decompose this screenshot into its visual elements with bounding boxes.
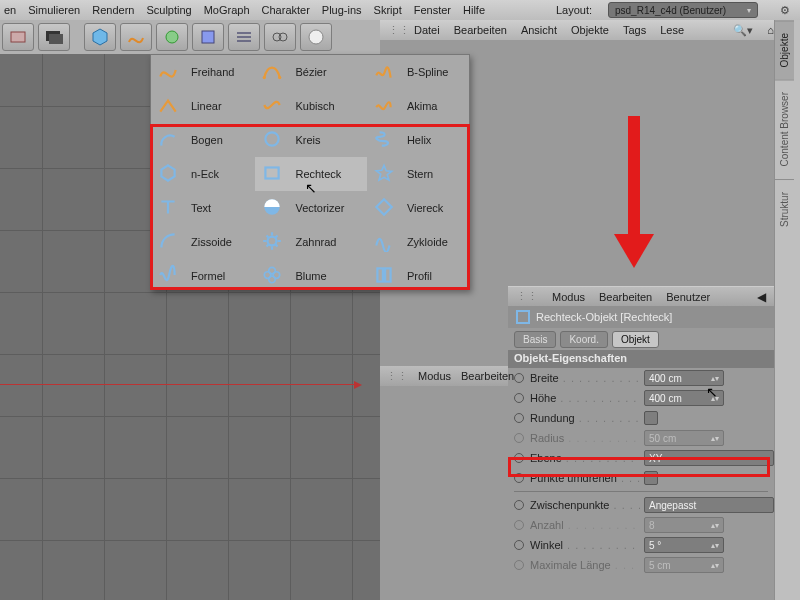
grip-icon[interactable]: ⋮⋮ (386, 370, 408, 383)
helix-icon[interactable] (367, 123, 401, 157)
popup-item-label[interactable]: Text (185, 191, 255, 225)
radio-icon[interactable] (514, 500, 524, 510)
spinner-icon[interactable]: ▴▾ (711, 541, 719, 550)
toolbar-button[interactable] (2, 23, 34, 51)
popup-item-label[interactable]: Zahnrad (289, 225, 366, 259)
mid-menu-item[interactable]: Bearbeiten (461, 370, 514, 382)
mid-menu-item[interactable]: Modus (418, 370, 451, 382)
toolbar-button[interactable] (228, 23, 260, 51)
stern-icon[interactable] (367, 157, 401, 191)
panel-menu-item[interactable]: Lese (660, 24, 684, 36)
zahnrad-icon[interactable] (255, 225, 289, 259)
radio-icon[interactable] (514, 473, 524, 483)
layout-selector[interactable]: psd_R14_c4d (Benutzer)▾ (608, 2, 758, 18)
popup-item-label[interactable]: Bogen (185, 123, 255, 157)
popup-item-label[interactable]: Vectorizer (289, 191, 366, 225)
popup-item-label[interactable]: Akima (401, 89, 469, 123)
menu-item[interactable]: Rendern (92, 4, 134, 16)
spinner-icon[interactable]: ▴▾ (711, 374, 719, 383)
panel-menu-item[interactable]: Datei (414, 24, 440, 36)
text-icon[interactable] (151, 191, 185, 225)
menu-item[interactable]: Hilfe (463, 4, 485, 16)
toolbar-cube-button[interactable] (84, 23, 116, 51)
menu-item[interactable]: Plug-ins (322, 4, 362, 16)
panel-menu-item[interactable]: Bearbeiten (454, 24, 507, 36)
formel-icon[interactable] (151, 259, 185, 293)
spinner-icon[interactable]: ▴▾ (711, 394, 719, 403)
menu-item[interactable]: en (4, 4, 16, 16)
popup-item-label[interactable]: Zykloide (401, 225, 469, 259)
attr-menu-item[interactable]: Benutzer (666, 291, 710, 303)
popup-item-label[interactable]: Linear (185, 89, 255, 123)
prop-value-select[interactable]: XY (644, 450, 774, 466)
popup-item-label[interactable]: B-Spline (401, 55, 469, 89)
tab-basis[interactable]: Basis (514, 331, 556, 348)
toolbar-button[interactable] (300, 23, 332, 51)
checkbox[interactable] (644, 411, 658, 425)
popup-item-label[interactable]: Helix (401, 123, 469, 157)
sidetab-objekte[interactable]: Objekte (775, 20, 794, 79)
grip-icon[interactable]: ⋮⋮ (388, 24, 400, 37)
tab-objekt[interactable]: Objekt (612, 331, 659, 348)
panel-menu-item[interactable]: Objekte (571, 24, 609, 36)
zykloide-icon[interactable] (367, 225, 401, 259)
blume-icon[interactable] (255, 259, 289, 293)
menu-item[interactable]: Charakter (262, 4, 310, 16)
kubisch-icon[interactable] (255, 89, 289, 123)
viereck-icon[interactable] (367, 191, 401, 225)
bogen-icon[interactable] (151, 123, 185, 157)
attr-menu-item[interactable]: Bearbeiten (599, 291, 652, 303)
gear-icon[interactable]: ⚙ (776, 2, 794, 18)
zissoid-icon[interactable] (151, 225, 185, 259)
prop-value-input[interactable]: 400 cm▴▾ (644, 370, 724, 386)
radio-icon[interactable] (514, 393, 524, 403)
linear-icon[interactable] (151, 89, 185, 123)
prop-value-input[interactable]: 400 cm▴▾ (644, 390, 724, 406)
popup-item-label[interactable]: Viereck (401, 191, 469, 225)
profil-icon[interactable] (367, 259, 401, 293)
popup-item-label[interactable]: Formel (185, 259, 255, 293)
akima-icon[interactable] (367, 89, 401, 123)
popup-item-label[interactable]: Stern (401, 157, 469, 191)
attr-menu-item[interactable]: Modus (552, 291, 585, 303)
popup-item-label[interactable]: Zissoide (185, 225, 255, 259)
popup-item-label[interactable]: Kubisch (289, 89, 366, 123)
panel-menu-item[interactable]: Ansicht (521, 24, 557, 36)
tab-koord[interactable]: Koord. (560, 331, 607, 348)
bspline-icon[interactable] (367, 55, 401, 89)
menu-item[interactable]: Fenster (414, 4, 451, 16)
toolbar-button[interactable] (192, 23, 224, 51)
popup-item-label[interactable]: Bézier (289, 55, 366, 89)
popup-item-label[interactable]: Kreis (289, 123, 366, 157)
toolbar-button[interactable] (264, 23, 296, 51)
checkbox[interactable] (644, 471, 658, 485)
popup-item-label[interactable]: n-Eck (185, 157, 255, 191)
grip-icon[interactable]: ⋮⋮ (516, 290, 538, 303)
popup-item-label[interactable]: Freihand (185, 55, 255, 89)
sidetab-struktur[interactable]: Struktur (775, 179, 794, 239)
radio-icon[interactable] (514, 453, 524, 463)
panel-menu-item[interactable]: Tags (623, 24, 646, 36)
sidetab-content-browser[interactable]: Content Browser (775, 79, 794, 178)
home-icon[interactable]: ⌂ (767, 24, 774, 36)
freihand-icon[interactable] (151, 55, 185, 89)
rechteck-icon[interactable] (255, 157, 289, 191)
prop-value-input[interactable]: 5 °▴▾ (644, 537, 724, 553)
neck-icon[interactable] (151, 157, 185, 191)
prop-value-select[interactable]: Angepasst (644, 497, 774, 513)
collapse-icon[interactable]: ◀ (757, 290, 766, 304)
menu-item[interactable]: Skript (374, 4, 402, 16)
toolbar-button[interactable] (38, 23, 70, 51)
toolbar-button[interactable] (156, 23, 188, 51)
search-icon[interactable]: 🔍▾ (733, 24, 753, 37)
toolbar-spline-button[interactable] (120, 23, 152, 51)
radio-icon[interactable] (514, 373, 524, 383)
popup-item-label[interactable]: Blume (289, 259, 366, 293)
menu-item[interactable]: MoGraph (204, 4, 250, 16)
radio-icon[interactable] (514, 540, 524, 550)
vectorizer-icon[interactable] (255, 191, 289, 225)
kreis-icon[interactable] (255, 123, 289, 157)
menu-item[interactable]: Simulieren (28, 4, 80, 16)
bezier-icon[interactable] (255, 55, 289, 89)
popup-item-label[interactable]: Rechteck (289, 157, 366, 191)
